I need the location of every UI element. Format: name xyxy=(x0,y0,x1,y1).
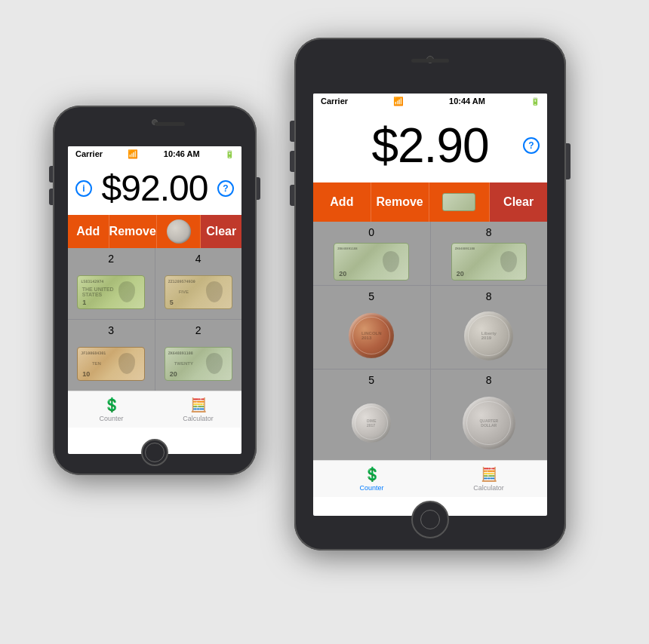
large-penny-area: LINCOLN2013 xyxy=(316,307,427,364)
large-cell-4[interactable]: 8 Liberty2019 xyxy=(431,286,548,369)
large-count-2: 8 xyxy=(434,226,545,240)
small-counter-icon: 💲 xyxy=(103,397,120,413)
small-phone-screen: Carrier 📶 10:46 AM 🔋 i $92.00 ? Add Remo… xyxy=(68,146,241,454)
small-count-2: 4 xyxy=(158,253,239,266)
large-penny: LINCOLN2013 xyxy=(349,313,394,358)
small-home-button[interactable] xyxy=(141,439,168,466)
large-bottom-nav: 💲 Counter 🧮 Calculator xyxy=(313,460,547,497)
small-clear-btn[interactable]: Clear xyxy=(201,215,241,248)
large-count-3: 5 xyxy=(316,290,427,304)
small-time: 10:46 AM xyxy=(164,149,200,158)
small-count-1: 2 xyxy=(71,253,152,266)
large-battery-icon: 🔋 xyxy=(531,97,540,106)
large-amount-area: $2.90 ? xyxy=(313,109,547,182)
small-cell-4[interactable]: 2 ZK648891108 20 TWENTY xyxy=(155,320,242,391)
small-counter-label: Counter xyxy=(99,415,123,422)
small-bill-20: ZK648891108 20 TWENTY xyxy=(165,347,232,381)
small-bill-4-area: ZK648891108 20 TWENTY xyxy=(158,341,239,386)
scene: Carrier 📶 10:46 AM 🔋 i $92.00 ? Add Remo… xyxy=(0,0,649,644)
small-bill-3-area: JF100684301 10 TEN xyxy=(71,341,152,386)
small-action-bar: Add Remove Clear xyxy=(68,215,241,248)
small-bill-10: JF100684301 10 TEN xyxy=(77,347,145,381)
small-cell-3[interactable]: 3 JF100684301 10 TEN xyxy=(68,320,155,391)
small-status-bar: Carrier 📶 10:46 AM 🔋 xyxy=(68,146,241,161)
large-nav-calculator[interactable]: 🧮 Calculator xyxy=(430,461,547,497)
small-info-icon[interactable]: i xyxy=(75,180,92,197)
large-quarter: QUARTERDOLLAR xyxy=(463,397,515,449)
large-calc-icon: 🧮 xyxy=(481,466,497,483)
large-amount: $2.90 xyxy=(313,118,547,173)
small-calc-label: Calculator xyxy=(183,415,214,422)
large-time: 10:44 AM xyxy=(449,97,485,106)
small-remove-btn[interactable]: Remove xyxy=(109,215,157,248)
large-nickel: Liberty2019 xyxy=(464,311,513,360)
small-amount: $92.00 xyxy=(68,167,241,209)
small-currency-grid: 2 L583142974 1 THE UNITEDSTATES 4 xyxy=(68,248,241,391)
small-add-btn[interactable]: Add xyxy=(68,215,109,248)
small-cell-1[interactable]: 2 L583142974 1 THE UNITEDSTATES xyxy=(68,248,155,319)
large-home-button[interactable] xyxy=(411,501,449,538)
large-carrier: Carrier xyxy=(321,97,348,106)
large-count-4: 8 xyxy=(434,290,545,304)
large-clear-btn[interactable]: Clear xyxy=(490,182,547,222)
large-cell-1[interactable]: 0 ZK648891108 20 xyxy=(313,222,430,285)
large-cell-6[interactable]: 8 QUARTERDOLLAR xyxy=(431,370,548,460)
large-phone-screen: Carrier 📶 10:44 AM 🔋 $2.90 ? Add Remove … xyxy=(313,94,547,516)
large-counter-icon: 💲 xyxy=(364,466,380,483)
large-nav-counter[interactable]: 💲 Counter xyxy=(313,461,430,497)
small-cell-2[interactable]: 4 ZZ1289574930 5 FIVE xyxy=(155,248,242,319)
large-count-1: 0 xyxy=(316,226,427,240)
phone-small: Carrier 📶 10:46 AM 🔋 i $92.00 ? Add Remo… xyxy=(53,106,257,475)
small-amount-area: i $92.00 ? xyxy=(68,161,241,215)
small-battery-icon: 🔋 xyxy=(225,150,234,158)
large-currency-grid: 0 ZK648891108 20 8 ZK648891108 xyxy=(313,222,547,460)
large-count-5: 5 xyxy=(316,374,427,388)
large-cell-5[interactable]: 5 DIME2017 xyxy=(313,370,430,460)
small-bill-1-area: L583142974 1 THE UNITEDSTATES xyxy=(71,269,152,314)
large-add-btn[interactable]: Add xyxy=(313,182,371,222)
small-carrier: Carrier xyxy=(75,149,103,158)
large-dime: DIME2017 xyxy=(352,403,391,443)
small-bottom-nav: 💲 Counter 🧮 Calculator xyxy=(68,391,241,428)
large-bill-icon xyxy=(442,193,475,211)
large-bill-area-2: ZK648891108 20 xyxy=(434,243,545,281)
small-bill-2-area: ZZ1289574930 5 FIVE xyxy=(158,269,239,314)
small-bill-5: ZZ1289574930 5 FIVE xyxy=(165,275,232,309)
small-nav-calculator[interactable]: 🧮 Calculator xyxy=(155,391,241,428)
large-calc-label: Calculator xyxy=(473,484,504,492)
large-status-bar: Carrier 📶 10:44 AM 🔋 xyxy=(313,94,547,109)
large-nickel-inner: Liberty2019 xyxy=(468,315,509,357)
large-wifi-icon: 📶 xyxy=(393,97,404,106)
large-count-6: 8 xyxy=(434,374,545,388)
large-help-icon[interactable]: ? xyxy=(523,137,540,154)
small-quarter-icon xyxy=(167,219,191,244)
small-count-3: 3 xyxy=(71,324,152,338)
large-bill-slot[interactable] xyxy=(429,182,491,222)
small-coin-slot[interactable] xyxy=(157,215,201,248)
large-dime-inner: DIME2017 xyxy=(355,406,388,440)
large-penny-inner: LINCOLN2013 xyxy=(352,317,390,354)
small-nav-counter[interactable]: 💲 Counter xyxy=(68,391,155,428)
large-bill-area-1: ZK648891108 20 xyxy=(316,243,427,281)
small-count-4: 2 xyxy=(158,324,239,338)
small-bill-1: L583142974 1 THE UNITEDSTATES xyxy=(77,275,145,309)
small-help-icon[interactable]: ? xyxy=(217,180,234,197)
large-bill-20-2: ZK648891108 20 xyxy=(451,243,527,281)
large-cell-2[interactable]: 8 ZK648891108 20 xyxy=(431,222,548,285)
large-dime-area: DIME2017 xyxy=(316,391,427,455)
large-counter-label: Counter xyxy=(359,484,383,492)
large-quarter-area: QUARTERDOLLAR xyxy=(434,391,545,455)
large-action-bar: Add Remove Clear xyxy=(313,182,547,222)
small-wifi-icon: 📶 xyxy=(128,149,138,159)
small-calc-icon: 🧮 xyxy=(190,397,207,413)
phone-large: Carrier 📶 10:44 AM 🔋 $2.90 ? Add Remove … xyxy=(294,38,566,550)
large-remove-btn[interactable]: Remove xyxy=(371,182,429,222)
large-nickel-area: Liberty2019 xyxy=(434,307,545,364)
large-quarter-inner: QUARTERDOLLAR xyxy=(466,401,511,446)
speaker-large xyxy=(411,59,449,63)
large-bill-20-1: ZK648891108 20 xyxy=(334,243,409,281)
large-cell-3[interactable]: 5 LINCOLN2013 xyxy=(313,286,430,369)
